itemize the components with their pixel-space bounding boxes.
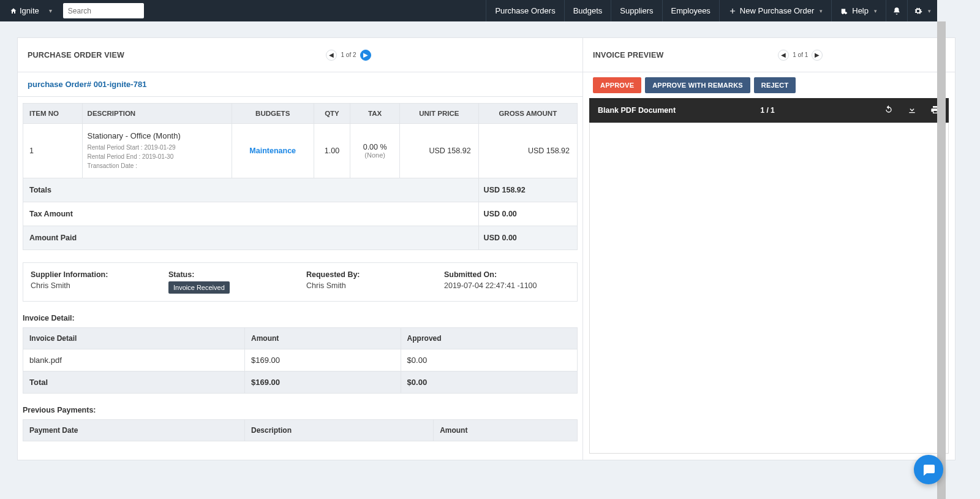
pdf-viewport[interactable]: [589, 123, 949, 454]
reject-button[interactable]: REJECT: [754, 77, 796, 93]
cell-tax: 0.00 % (None): [350, 124, 400, 178]
chevron-down-icon: ▾: [874, 8, 877, 14]
table-row: 1 Stationary - Office (Month) Rental Per…: [23, 124, 578, 178]
submitted-label: Submitted On:: [444, 270, 570, 279]
cell-gross: USD 158.92: [478, 124, 577, 178]
requested-col: Requested By: Chris Smith: [306, 270, 432, 294]
supplier-value: Chris Smith: [31, 281, 156, 290]
cell-description: Stationary - Office (Month) Rental Perio…: [82, 124, 232, 178]
nav-new-po[interactable]: New Purchase Order ▾: [719, 0, 831, 21]
nav-employees[interactable]: Employees: [662, 0, 719, 21]
paid-row: Amount Paid USD 0.00: [23, 226, 578, 250]
supplier-col: Supplier Information: Chris Smith: [31, 270, 156, 294]
col-tax: TAX: [350, 104, 400, 124]
desc-line: Transaction Date :: [88, 161, 227, 170]
supplier-label: Supplier Information:: [31, 270, 156, 279]
desc-sub: Rental Period Start : 2019-01-29 Rental …: [88, 143, 227, 170]
home-icon: [10, 7, 17, 15]
top-nav: Purchase Orders Budgets Suppliers Employ…: [486, 0, 937, 21]
po-title: PURCHASE ORDER VIEW: [28, 51, 124, 59]
top-navbar: Ignite ▾ Purchase Orders Budgets Supplie…: [0, 0, 937, 21]
nav-label: Employees: [671, 6, 710, 15]
totals-row: Totals USD 158.92: [23, 178, 578, 202]
table-row: blank.pdf $169.00 $0.00: [23, 349, 578, 371]
col-pay-desc: Description: [245, 420, 434, 441]
chevron-down-icon: ▾: [820, 8, 823, 14]
brand-name: Ignite: [20, 6, 39, 15]
tax-label: Tax Amount: [23, 202, 479, 226]
cell-approved: $0.00: [401, 349, 577, 371]
chat-fab-button[interactable]: [914, 455, 943, 484]
preview-pager: ◀ 1 of 1 ▶: [778, 50, 823, 61]
pager-next-button[interactable]: ▶: [360, 50, 371, 61]
col-description: DESCRIPTION: [82, 104, 232, 124]
nav-suppliers[interactable]: Suppliers: [611, 0, 662, 21]
pdf-page-indicator: 1 / 1: [760, 106, 774, 115]
po-view-panel: PURCHASE ORDER VIEW ◀ 1 of 2 ▶ purchase …: [18, 38, 583, 460]
col-approved: Approved: [401, 328, 577, 349]
nav-help[interactable]: Help ▾: [831, 0, 886, 21]
tax-none: (None): [355, 151, 394, 159]
invoice-detail-heading: Invoice Detail:: [23, 314, 578, 322]
col-pay-amount: Amount: [434, 420, 578, 441]
payments-table: Payment Date Description Amount: [23, 419, 578, 441]
nav-budgets[interactable]: Budgets: [564, 0, 611, 21]
rotate-icon[interactable]: [884, 105, 894, 116]
nav-purchase-orders[interactable]: Purchase Orders: [486, 0, 564, 21]
status-label: Status:: [168, 270, 294, 279]
approve-remarks-button[interactable]: APPROVE WITH REMARKS: [645, 77, 750, 93]
paid-value: USD 0.00: [478, 226, 577, 250]
pager-prev-button[interactable]: ◀: [326, 50, 337, 61]
cell-total-label: Total: [23, 371, 245, 394]
cell-item-no: 1: [23, 124, 83, 178]
requested-value: Chris Smith: [306, 281, 432, 290]
nav-label: Purchase Orders: [495, 6, 555, 15]
col-amount: Amount: [245, 328, 401, 349]
search-container: [63, 3, 144, 18]
gear-icon: [914, 7, 922, 15]
pdf-toolbar: Blank PDF Document 1 / 1: [589, 98, 949, 123]
scroll-thumb[interactable]: [937, 21, 946, 499]
brand-menu[interactable]: Ignite ▾: [5, 6, 57, 15]
approve-button[interactable]: APPROVE: [593, 77, 641, 93]
cell-total-amount: $169.00: [245, 371, 401, 394]
pager-label: 1 of 2: [341, 51, 356, 58]
invoice-detail-table: Invoice Detail Amount Approved blank.pdf…: [23, 327, 578, 394]
paid-label: Amount Paid: [23, 226, 479, 250]
truck-icon: [840, 7, 849, 15]
tax-pct: 0.00 %: [355, 143, 394, 151]
col-qty: QTY: [314, 104, 350, 124]
tax-value: USD 0.00: [478, 202, 577, 226]
chevron-down-icon: ▾: [928, 8, 931, 14]
payments-heading: Previous Payments:: [23, 406, 578, 414]
search-input[interactable]: [63, 3, 144, 18]
pager-next-button[interactable]: ▶: [812, 50, 823, 61]
requested-label: Requested By:: [306, 270, 432, 279]
pager-prev-button[interactable]: ◀: [778, 50, 789, 61]
plus-icon: [728, 7, 737, 15]
col-budgets: BUDGETS: [232, 104, 314, 124]
main-panel: PURCHASE ORDER VIEW ◀ 1 of 2 ▶ purchase …: [17, 37, 956, 460]
nav-settings[interactable]: ▾: [907, 0, 937, 21]
approval-actions: APPROVE APPROVE WITH REMARKS REJECT: [583, 72, 955, 98]
cell-file: blank.pdf: [23, 349, 245, 371]
nav-label: New Purchase Order: [740, 6, 814, 15]
budget-link[interactable]: Maintenance: [249, 147, 296, 155]
nav-notifications[interactable]: [886, 0, 907, 21]
desc-main: Stationary - Office (Month): [88, 131, 227, 140]
submitted-value: 2019-07-04 22:47:41 -1100: [444, 281, 570, 290]
po-pager: ◀ 1 of 2 ▶: [326, 50, 371, 61]
status-badge: Invoice Received: [168, 281, 230, 294]
line-items-table: ITEM NO DESCRIPTION BUDGETS QTY TAX UNIT…: [23, 103, 578, 250]
desc-line: Rental Period Start : 2019-01-29: [88, 143, 227, 152]
nav-label: Budgets: [573, 6, 603, 15]
vertical-scrollbar[interactable]: [937, 21, 946, 498]
col-gross: GROSS AMOUNT: [478, 104, 577, 124]
col-invoice-detail: Invoice Detail: [23, 328, 245, 349]
cell-total-approved: $0.00: [401, 371, 577, 394]
pdf-filename: Blank PDF Document: [598, 106, 676, 115]
download-icon[interactable]: [907, 105, 917, 116]
totals-value: USD 158.92: [478, 178, 577, 202]
chevron-down-icon: ▾: [49, 7, 52, 14]
chat-icon: [921, 462, 936, 477]
